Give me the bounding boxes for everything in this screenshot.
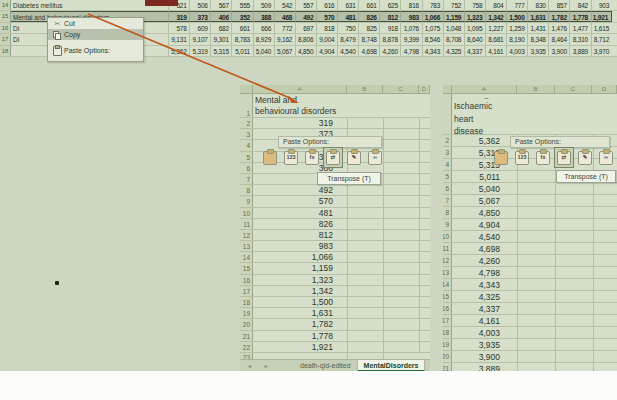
empty-cell[interactable] (517, 267, 555, 278)
sheet-cell[interactable]: 752 (443, 0, 464, 10)
row-header[interactable]: 5 (240, 152, 253, 162)
sheet-cell[interactable]: 783 (422, 0, 443, 10)
sheet-cell[interactable]: 903 (591, 0, 612, 10)
row-header[interactable]: 4 (240, 140, 253, 150)
empty-cell[interactable] (555, 279, 593, 290)
value-cell[interactable]: 812 (253, 230, 347, 240)
empty-cell[interactable] (383, 129, 419, 139)
value-cell[interactable]: 3,935 (452, 339, 517, 350)
sheet-cell[interactable]: 481 (337, 11, 358, 21)
paste-link-icon[interactable]: ∞ (599, 150, 613, 165)
row-header[interactable]: 15 (240, 263, 253, 273)
row-header[interactable]: 7 (240, 174, 253, 184)
sheet-cell[interactable]: 557 (295, 0, 316, 10)
row-header[interactable]: 2 (240, 118, 253, 128)
empty-cell[interactable] (419, 252, 430, 262)
row-header[interactable]: 9 (240, 196, 253, 206)
empty-cell[interactable] (593, 267, 617, 278)
paste-link-icon[interactable]: ∞ (368, 150, 382, 165)
sheet-cell[interactable]: 3,900 (548, 46, 569, 56)
value-cell[interactable]: 481 (253, 208, 347, 218)
sheet-cell[interactable]: 3,889 (569, 46, 590, 56)
empty-cell[interactable] (517, 303, 555, 314)
sheet-cell[interactable]: 5,315 (210, 46, 231, 56)
row-header[interactable]: 8 (240, 185, 253, 195)
empty-cell[interactable] (419, 263, 430, 273)
paste-values-icon[interactable]: 123 (284, 150, 298, 165)
sheet-cell[interactable]: 830 (527, 0, 548, 10)
sheet-cell[interactable]: 5,319 (189, 46, 210, 56)
sheet-cell[interactable]: 826 (358, 11, 379, 21)
value-cell[interactable]: 4,003 (452, 327, 517, 338)
sheet-cell[interactable]: 570 (316, 11, 337, 21)
row-header[interactable]: 11 (240, 219, 253, 229)
sheet-cell[interactable]: 8,708 (443, 34, 464, 44)
row-header[interactable] (443, 94, 452, 134)
empty-cell[interactable] (517, 327, 555, 338)
sheet-cell[interactable]: 666 (253, 23, 274, 33)
row-header[interactable]: 19 (443, 339, 452, 350)
empty-cell[interactable] (555, 219, 593, 230)
value-cell[interactable]: 4,337 (452, 303, 517, 314)
empty-cell[interactable] (383, 308, 419, 318)
empty-cell[interactable] (419, 219, 430, 229)
row-header[interactable]: 15 (0, 11, 11, 21)
empty-cell[interactable] (347, 185, 383, 195)
sheet-cell[interactable]: 682 (210, 23, 231, 33)
sheet-cell[interactable]: 8,748 (358, 34, 379, 44)
sheet-cell[interactable]: 4,003 (506, 46, 527, 56)
paste-formulas-icon[interactable]: fx (536, 150, 550, 165)
row-header[interactable]: 20 (240, 319, 253, 329)
sheet-cell[interactable]: 468 (274, 11, 295, 21)
row-header[interactable]: 4 (443, 159, 452, 170)
sheet-cell[interactable]: 1,342 (485, 11, 506, 21)
sheet-cell[interactable]: 631 (337, 0, 358, 10)
empty-cell[interactable] (555, 315, 593, 326)
empty-cell[interactable] (347, 342, 383, 352)
value-cell[interactable]: 492 (253, 185, 347, 195)
sheet-cell[interactable]: 777 (506, 0, 527, 10)
paste-formatting-icon[interactable]: ✎ (347, 150, 361, 165)
empty-cell[interactable] (383, 342, 419, 352)
empty-cell[interactable] (517, 171, 555, 182)
paste-formatting-icon[interactable]: ✎ (578, 150, 592, 165)
sheet-cell[interactable]: 8,190 (506, 34, 527, 44)
row-header[interactable]: 3 (443, 147, 452, 158)
row-header[interactable]: 10 (240, 208, 253, 218)
paste-icon[interactable] (494, 150, 508, 165)
row-header[interactable]: 21 (240, 331, 253, 341)
sheet-cell[interactable]: 9,004 (316, 34, 337, 44)
transpose-icon[interactable]: ⇄ (326, 150, 340, 165)
empty-cell[interactable] (593, 243, 617, 254)
sheet-cell[interactable]: 8,806 (295, 34, 316, 44)
empty-cell[interactable] (517, 219, 555, 230)
row-header[interactable]: 17 (240, 286, 253, 296)
empty-cell[interactable] (419, 118, 430, 128)
value-cell[interactable]: 3,900 (452, 351, 517, 362)
sheet-cell[interactable]: 4,337 (464, 46, 485, 56)
row-header[interactable]: 22 (240, 342, 253, 352)
sheet-cell[interactable]: 3,970 (591, 46, 612, 56)
menu-item-copy[interactable]: Copy (48, 29, 143, 40)
empty-cell[interactable] (383, 118, 419, 128)
sheet-cell[interactable]: 1,631 (527, 11, 548, 21)
sheet-cell[interactable]: 842 (569, 0, 590, 10)
empty-cell[interactable] (347, 308, 383, 318)
sheet-cell[interactable]: 661 (358, 0, 379, 10)
empty-cell[interactable] (347, 196, 383, 206)
sheet-cell[interactable]: 3,935 (527, 46, 548, 56)
sheet-cell[interactable]: 1,066 (422, 11, 443, 21)
empty-cell[interactable] (383, 196, 419, 206)
empty-cell[interactable] (593, 291, 617, 302)
empty-cell[interactable] (383, 174, 419, 184)
sheet-cell[interactable]: 4,904 (316, 46, 337, 56)
empty-cell[interactable] (347, 241, 383, 251)
sheet-cell[interactable]: 8,929 (253, 34, 274, 44)
column-header-d[interactable]: D (592, 85, 617, 93)
row-header[interactable]: 6 (240, 163, 253, 173)
value-cell[interactable]: 4,540 (452, 231, 517, 242)
sheet-cell[interactable]: 625 (379, 0, 400, 10)
row-header[interactable]: 16 (0, 23, 11, 33)
sheet-cell[interactable]: 1,476 (548, 23, 569, 33)
empty-cell[interactable] (593, 183, 617, 194)
